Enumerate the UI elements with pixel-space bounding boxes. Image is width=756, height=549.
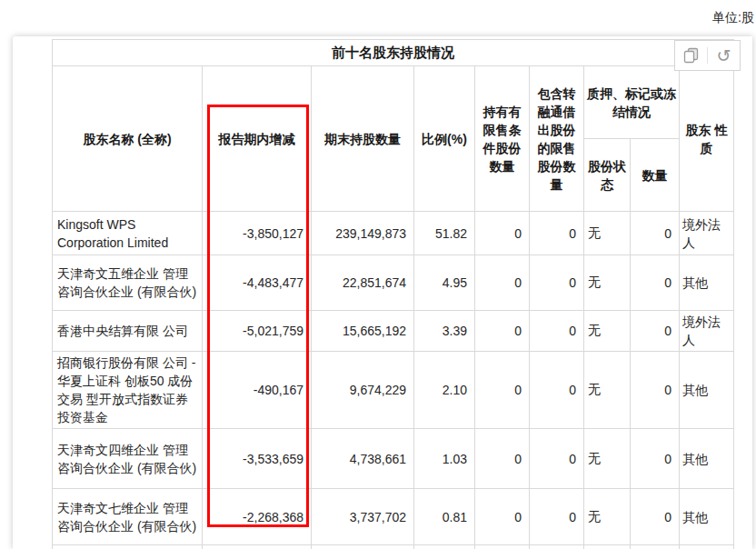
- table-row: 招商银行股份有限 公司 - 华夏上证科 创板50 成份交易 型开放式指数证券 投…: [53, 352, 734, 429]
- cell-ratio: 51.82: [414, 212, 475, 255]
- cell-change: -490,167: [203, 352, 312, 429]
- cell-change: -4,483,477: [203, 255, 312, 311]
- cell-shareholder-name: 招商银行股份有限 公司 - 华夏上证科 创板50 成份交易 型开放式指数证券 投…: [53, 352, 203, 429]
- cell-nature: 其他: [680, 352, 734, 429]
- cell-nature: [680, 545, 734, 549]
- cell-change: [203, 545, 312, 549]
- cell-status: 无: [584, 212, 631, 255]
- cell-ratio: [414, 545, 475, 549]
- table-row: 天津奇文七维企业 管理咨询合伙企业 (有限合伙) -2,268,368 3,73…: [53, 489, 734, 545]
- shareholders-table: 前十名股东持股情况 股东名称 (全称) 报告期内增减 期末持股数量 比例(%) …: [52, 39, 734, 549]
- cell-change: -2,268,368: [203, 489, 312, 545]
- cell-nature: 其他: [680, 489, 734, 545]
- cell-lending: 0: [530, 352, 584, 429]
- header-row-1: 股东名称 (全称) 报告期内增减 期末持股数量 比例(%) 持有有限售条件股份数…: [53, 66, 734, 139]
- cell-status: 无: [584, 255, 631, 311]
- cell-shareholder-name: 天津奇文四维企业 管理咨询合伙企业 (有限合伙): [53, 429, 203, 489]
- table-row: Kingsoft WPS Corporation Limited -3,850,…: [53, 212, 734, 255]
- cell-nature: 境外法人: [680, 311, 734, 352]
- cell-status: 无: [584, 352, 631, 429]
- cell-change: -3,850,127: [203, 212, 312, 255]
- col-header-shareholder-nature: 股东 性质: [680, 66, 734, 212]
- cell-shareholder-name: 香港中央结算有限 公司: [53, 311, 203, 352]
- cell-end-shares: 3,737,702: [312, 489, 414, 545]
- cell-qty: [631, 545, 680, 549]
- table-row: 天津奇文四维企业 管理咨询合伙企业 (有限合伙) -3,533,659 4,73…: [53, 429, 734, 489]
- col-header-lending-shares: 包含转融通借出股份的限售股份数量: [530, 66, 584, 212]
- cell-nature: 其他: [680, 429, 734, 489]
- annotation-toolbar: ↺: [674, 40, 741, 71]
- cell-qty: 0: [631, 489, 680, 545]
- col-header-period-end-shares: 期末持股数量: [312, 66, 414, 212]
- undo-button[interactable]: ↺: [708, 41, 740, 70]
- col-header-quantity: 数量: [631, 139, 680, 212]
- cell-end-shares: 22,851,674: [312, 255, 414, 311]
- cell-end-shares: 15,665,192: [312, 311, 414, 352]
- cell-end-shares: 4,738,661: [312, 429, 414, 489]
- cell-ratio: 3.39: [414, 311, 475, 352]
- col-header-change-in-period: 报告期内增减: [203, 66, 312, 212]
- cell-lending: 0: [530, 255, 584, 311]
- cell-restricted: 0: [475, 311, 530, 352]
- cell-status: 无: [584, 489, 631, 545]
- table-row: 天津奇文五维企业 管理咨询合伙企业 (有限合伙) -4,483,477 22,8…: [53, 255, 734, 311]
- cell-ratio: 1.03: [414, 429, 475, 489]
- col-header-pledge-group: 质押、标记或冻结情况: [584, 66, 680, 139]
- cell-status: 无: [584, 429, 631, 489]
- cell-qty: 0: [631, 212, 680, 255]
- copy-icon: [683, 47, 699, 64]
- cell-ratio: 4.95: [414, 255, 475, 311]
- col-header-shareholder-name: 股东名称 (全称): [53, 66, 203, 212]
- cell-nature: 其他: [680, 255, 734, 311]
- cell-end-shares: 9,674,229: [312, 352, 414, 429]
- cell-lending: 0: [530, 489, 584, 545]
- cell-shareholder-name: 天津奇文五维企业 管理咨询合伙企业 (有限合伙): [53, 255, 203, 311]
- col-header-ratio: 比例(%): [414, 66, 475, 212]
- cell-restricted: [475, 545, 530, 549]
- table-row: 香港中央结算有限 公司 -5,021,759 15,665,192 3.39 0…: [53, 311, 734, 352]
- cell-change: -5,021,759: [203, 311, 312, 352]
- copy-button[interactable]: [675, 41, 707, 70]
- cell-restricted: 0: [475, 489, 530, 545]
- table-row: 中国工商银行股份 有限: [53, 545, 734, 549]
- table-title-row: 前十名股东持股情况: [53, 40, 734, 66]
- cell-ratio: 2.10: [414, 352, 475, 429]
- cell-qty: 0: [631, 255, 680, 311]
- cell-lending: 0: [530, 212, 584, 255]
- cell-status: 无: [584, 311, 631, 352]
- cell-restricted: 0: [475, 255, 530, 311]
- cell-qty: 0: [631, 429, 680, 489]
- cell-restricted: 0: [475, 212, 530, 255]
- cell-qty: 0: [631, 311, 680, 352]
- page: 单位:股 前十名股东持股情况 股东名称 (全称) 报告期内增减 期末持股数量 比…: [0, 0, 756, 549]
- cell-end-shares: 239,149,873: [312, 212, 414, 255]
- cell-shareholder-name: Kingsoft WPS Corporation Limited: [53, 212, 203, 255]
- col-header-restricted-shares: 持有有限售条件股份数量: [475, 66, 530, 212]
- undo-arrow-icon: ↺: [717, 47, 731, 65]
- col-header-share-status: 股份状态: [584, 139, 631, 212]
- cell-ratio: 0.81: [414, 489, 475, 545]
- cell-end-shares: [312, 545, 414, 549]
- cell-lending: 0: [530, 429, 584, 489]
- cell-shareholder-name: 中国工商银行股份 有限: [53, 545, 203, 549]
- cell-nature: 境外法人: [680, 212, 734, 255]
- unit-label: 单位:股: [712, 10, 754, 26]
- cell-shareholder-name: 天津奇文七维企业 管理咨询合伙企业 (有限合伙): [53, 489, 203, 545]
- cell-qty: 0: [631, 352, 680, 429]
- cell-change: -3,533,659: [203, 429, 312, 489]
- cell-restricted: 0: [475, 352, 530, 429]
- table-title: 前十名股东持股情况: [53, 40, 734, 66]
- cell-lending: [530, 545, 584, 549]
- cell-restricted: 0: [475, 429, 530, 489]
- cell-lending: 0: [530, 311, 584, 352]
- cell-status: [584, 545, 631, 549]
